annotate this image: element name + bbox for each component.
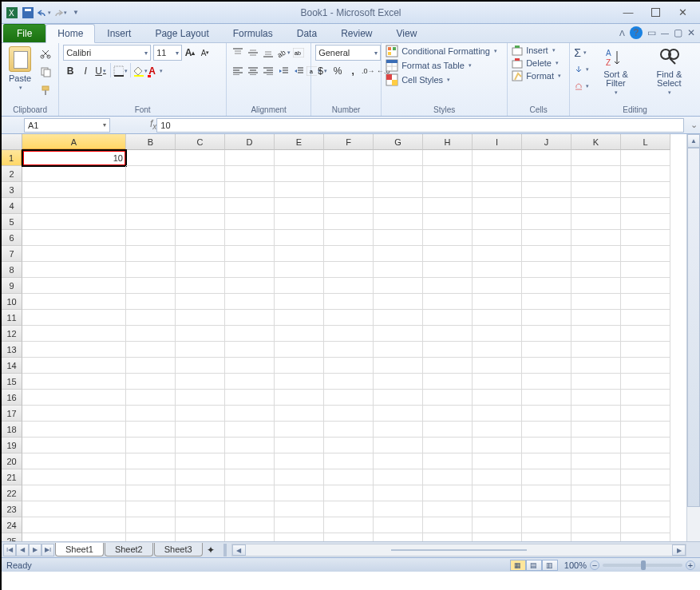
tab-page-layout[interactable]: Page Layout <box>143 24 220 42</box>
last-sheet-button[interactable]: ▶I <box>42 544 54 556</box>
cell-G12[interactable] <box>374 326 423 342</box>
cell-D3[interactable] <box>225 182 275 198</box>
row-header-4[interactable]: 4 <box>2 198 22 214</box>
cell-J2[interactable] <box>522 166 571 182</box>
cell-H12[interactable] <box>423 326 473 342</box>
cell-F19[interactable] <box>324 438 374 453</box>
cell-H13[interactable] <box>423 342 473 358</box>
cell-G4[interactable] <box>374 198 423 214</box>
cell-H20[interactable] <box>423 453 473 469</box>
cell-F17[interactable] <box>324 406 374 422</box>
cell-K23[interactable] <box>571 501 621 517</box>
align-right-button[interactable] <box>261 63 275 79</box>
cell-I23[interactable] <box>473 501 522 517</box>
tab-formulas[interactable]: Formulas <box>221 24 285 42</box>
cell-I15[interactable] <box>473 374 522 390</box>
cell-B24[interactable] <box>126 517 176 533</box>
borders-button[interactable]: ▾ <box>113 63 128 79</box>
select-all-corner[interactable] <box>2 134 22 150</box>
row-header-15[interactable]: 15 <box>2 374 22 390</box>
cell-E14[interactable] <box>275 358 324 374</box>
cell-L14[interactable] <box>621 358 670 374</box>
cell-B14[interactable] <box>126 358 176 374</box>
row-header-1[interactable]: 1 <box>2 150 22 166</box>
cell-E5[interactable] <box>275 214 324 230</box>
cell-H7[interactable] <box>423 246 473 262</box>
new-sheet-button[interactable]: ✦ <box>203 544 219 556</box>
help-icon[interactable]: ? <box>630 26 643 39</box>
cell-K9[interactable] <box>571 278 621 294</box>
cell-C13[interactable] <box>176 342 225 358</box>
cell-J23[interactable] <box>522 501 571 517</box>
cell-L9[interactable] <box>621 278 670 294</box>
cell-C21[interactable] <box>176 469 225 485</box>
maximize-button[interactable] <box>647 7 663 18</box>
cell-E2[interactable] <box>275 166 324 182</box>
cell-L10[interactable] <box>621 294 670 310</box>
cell-K17[interactable] <box>571 406 621 422</box>
cell-B5[interactable] <box>126 214 176 230</box>
cell-D5[interactable] <box>225 214 275 230</box>
cell-B21[interactable] <box>126 469 176 485</box>
cell-K13[interactable] <box>571 342 621 358</box>
zoom-slider-thumb[interactable] <box>641 560 646 570</box>
row-header-24[interactable]: 24 <box>2 517 22 533</box>
cell-G23[interactable] <box>374 501 423 517</box>
cell-F15[interactable] <box>324 374 374 390</box>
cell-E3[interactable] <box>275 182 324 198</box>
cell-D16[interactable] <box>225 390 275 406</box>
cell-E12[interactable] <box>275 326 324 342</box>
cell-E11[interactable] <box>275 310 324 326</box>
name-box[interactable]: A1▾ <box>24 118 110 133</box>
increase-font-button[interactable]: A▴ <box>183 45 197 61</box>
cell-G8[interactable] <box>374 262 423 278</box>
col-header-C[interactable]: C <box>176 134 225 150</box>
tab-file[interactable]: File <box>3 24 45 42</box>
row-header-18[interactable]: 18 <box>2 422 22 438</box>
cell-J15[interactable] <box>522 374 571 390</box>
zoom-level[interactable]: 100% <box>564 560 587 570</box>
cell-F14[interactable] <box>324 358 374 374</box>
cell-G2[interactable] <box>374 166 423 182</box>
cell-B4[interactable] <box>126 198 176 214</box>
bold-button[interactable]: B <box>63 63 77 79</box>
expand-formula-bar-icon[interactable]: ⌄ <box>687 120 700 130</box>
cell-K8[interactable] <box>571 262 621 278</box>
cell-D8[interactable] <box>225 262 275 278</box>
cell-I4[interactable] <box>473 198 522 214</box>
format-cells-button[interactable]: Format▾ <box>512 70 561 81</box>
cell-A13[interactable] <box>22 342 126 358</box>
col-header-D[interactable]: D <box>225 134 275 150</box>
cell-E13[interactable] <box>275 342 324 358</box>
cell-H19[interactable] <box>423 438 473 453</box>
prev-sheet-button[interactable]: ◀ <box>16 544 29 556</box>
cell-K18[interactable] <box>571 422 621 438</box>
font-color-button[interactable]: A▾ <box>148 63 163 79</box>
cell-A17[interactable] <box>22 406 126 422</box>
cell-G22[interactable] <box>374 485 423 501</box>
close-button[interactable]: ✕ <box>674 7 690 18</box>
cell-K15[interactable] <box>571 374 621 390</box>
sheet-tab-sheet3[interactable]: Sheet3 <box>154 543 203 556</box>
cell-B8[interactable] <box>126 262 176 278</box>
cell-H11[interactable] <box>423 310 473 326</box>
cell-K10[interactable] <box>571 294 621 310</box>
cell-K4[interactable] <box>571 198 621 214</box>
cell-J3[interactable] <box>522 182 571 198</box>
cell-A18[interactable] <box>22 422 126 438</box>
cell-J14[interactable] <box>522 358 571 374</box>
underline-button[interactable]: U▾ <box>93 63 108 79</box>
cell-I16[interactable] <box>473 390 522 406</box>
cell-H18[interactable] <box>423 422 473 438</box>
cell-C17[interactable] <box>176 406 225 422</box>
cell-I8[interactable] <box>473 262 522 278</box>
cell-E10[interactable] <box>275 294 324 310</box>
align-middle-button[interactable] <box>246 45 260 61</box>
cell-F7[interactable] <box>324 246 374 262</box>
cell-E4[interactable] <box>275 198 324 214</box>
cell-G17[interactable] <box>374 406 423 422</box>
cell-E21[interactable] <box>275 469 324 485</box>
cell-I19[interactable] <box>473 438 522 453</box>
cell-B1[interactable] <box>126 150 176 166</box>
fx-icon[interactable]: fx <box>150 118 156 131</box>
